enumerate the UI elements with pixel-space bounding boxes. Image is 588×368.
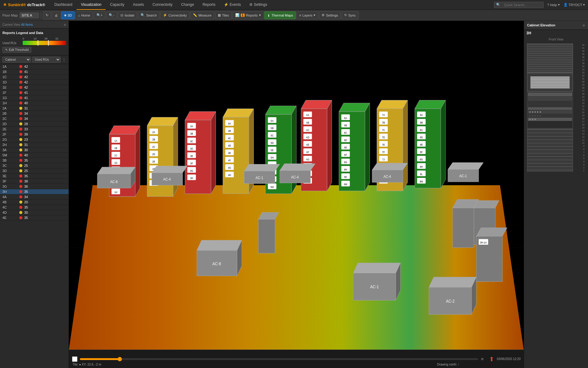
table-row[interactable]: 1H 40: [0, 101, 69, 106]
quick-search-input[interactable]: [502, 2, 541, 8]
ru-number: 32: [579, 74, 585, 77]
table-row[interactable]: 4E 35: [0, 215, 69, 220]
table-row[interactable]: 3C 25: [0, 163, 69, 168]
filter-menu-button[interactable]: ⋮: [62, 57, 66, 62]
table-row[interactable]: 2D 28: [0, 121, 69, 127]
floor-canvas[interactable]: 1A 1B 1C 1D 1E 1F 1G 1H: [69, 21, 524, 350]
home-button[interactable]: ⌂ Home: [75, 11, 93, 19]
svg-text:7F: 7F: [382, 150, 385, 154]
nav-reports[interactable]: Reports: [198, 0, 220, 10]
table-row[interactable]: 2G 23: [0, 137, 69, 142]
help-button[interactable]: ? Help ▾: [547, 3, 560, 7]
table-row[interactable]: 4D 30: [0, 210, 69, 215]
sync-button[interactable]: ↻ Sync: [341, 11, 358, 19]
ru-number: 3: [579, 163, 585, 166]
svg-text:3D: 3D: [190, 147, 193, 150]
table-row[interactable]: 2H 31: [0, 142, 69, 148]
edit-threshold-button[interactable]: ✎ Edit Threshold: [2, 47, 31, 53]
print-button[interactable]: 🖨: [52, 11, 61, 19]
svg-text:4D: 4D: [228, 144, 231, 148]
compass-icon[interactable]: ⬆: [489, 355, 494, 363]
floor-3d-view[interactable]: 1A 1B 1C 1D 1E 1F 1G 1H: [69, 21, 524, 350]
refresh-button[interactable]: ↻: [43, 11, 51, 19]
table-row[interactable]: 3A 30: [0, 148, 69, 153]
center-panel[interactable]: 1A 1B 1C 1D 1E 1F 1G 1H: [69, 21, 524, 368]
svg-text:6A: 6A: [344, 116, 347, 120]
table-row[interactable]: 3B 35: [0, 158, 69, 163]
site-selector[interactable]: SITE A: [20, 13, 39, 18]
used-rus-filter-select[interactable]: Used RUs: [32, 57, 61, 63]
collapse-panel-button[interactable]: «: [64, 22, 66, 27]
svg-text:8D: 8D: [420, 136, 423, 139]
layers-button[interactable]: ≡ Layers ▾: [296, 11, 318, 19]
nav-change[interactable]: Change: [177, 0, 198, 10]
chevron-down-icon: ▾: [314, 13, 315, 17]
timeline-thumb[interactable]: [118, 357, 122, 361]
table-row[interactable]: 1B 41: [0, 69, 69, 75]
table-row[interactable]: 3E 35: [0, 174, 69, 179]
ru-number: 26: [579, 93, 585, 96]
user-menu-button[interactable]: 👤 TRYDCT ▾: [564, 3, 585, 7]
timeline-close-button[interactable]: ✕: [481, 357, 484, 362]
settings-button[interactable]: ⚙ Settings: [319, 11, 341, 19]
left-panel: Current View All Items « Reports Legend …: [0, 21, 69, 368]
home-icon: ⌂: [78, 13, 80, 17]
table-row[interactable]: 3G 36: [0, 184, 69, 189]
nav-connectivity[interactable]: Connectivity: [148, 0, 177, 10]
row-value: 34: [24, 195, 28, 199]
table-row[interactable]: 3F 38: [0, 179, 69, 184]
nav-settings[interactable]: ⚙ Settings: [245, 0, 271, 10]
row-status-dot: [19, 96, 22, 99]
reports-button[interactable]: 📊 1 Reports ▾: [232, 11, 264, 19]
table-row[interactable]: 1C 42: [0, 75, 69, 80]
isolate-button[interactable]: ◎ Isolate: [118, 11, 137, 19]
row-value: 30: [24, 211, 28, 214]
expand-panel-button[interactable]: »: [582, 23, 585, 28]
svg-text:4E: 4E: [228, 151, 231, 155]
settings-icon: ⚙: [322, 13, 325, 17]
nav-assets[interactable]: Assets: [129, 0, 148, 10]
nav-events[interactable]: ⚡ Events: [220, 0, 245, 10]
table-row[interactable]: 3D 25: [0, 168, 69, 174]
table-row[interactable]: 5M 40: [0, 153, 69, 158]
table-row[interactable]: 2B 34: [0, 111, 69, 116]
table-row[interactable]: 3H 35: [0, 189, 69, 194]
table-row[interactable]: 2C 34: [0, 116, 69, 121]
measure-button[interactable]: 📏 Measure: [190, 11, 214, 19]
timeline-track[interactable]: [80, 358, 478, 360]
thermal-maps-button[interactable]: 🌡 Thermal Maps: [264, 11, 296, 19]
nav-dashboard[interactable]: Dashboard: [50, 0, 77, 10]
row-cabinet-name: 1F: [2, 91, 19, 94]
connectivity-button[interactable]: ⚡ Connectivity: [160, 11, 190, 19]
cabinet-elevation-header: Cabinet Elevation »: [524, 21, 588, 30]
nav-visualization[interactable]: Visualization: [77, 0, 106, 10]
table-row[interactable]: 1D 42: [0, 80, 69, 85]
svg-text:1C: 1C: [114, 154, 117, 157]
ru-number: 4: [579, 160, 585, 163]
svg-text:8H: 8H: [420, 165, 423, 168]
table-row[interactable]: 1G 41: [0, 95, 69, 101]
table-row[interactable]: 2F 39: [0, 132, 69, 137]
svg-text:AA: AA: [306, 113, 309, 117]
ru-number: 33: [579, 71, 585, 74]
table-row[interactable]: 1F 41: [0, 90, 69, 95]
ru-number: 41: [579, 47, 585, 50]
table-row[interactable]: 4B 20: [0, 200, 69, 205]
table-row[interactable]: 2E 33: [0, 127, 69, 132]
cabinet-filter-select[interactable]: Cabinet: [2, 57, 31, 63]
table-row[interactable]: 4C 35: [0, 205, 69, 210]
table-row[interactable]: 1E 42: [0, 85, 69, 90]
svg-marker-60: [211, 112, 216, 194]
table-row[interactable]: 1A 42: [0, 64, 69, 69]
tiles-button[interactable]: ▦ Tiles: [215, 11, 232, 19]
zoom-in-button[interactable]: 🔍+: [94, 11, 105, 19]
table-row[interactable]: 2A 31: [0, 106, 69, 111]
table-row[interactable]: 4A 34: [0, 194, 69, 200]
zoom-out-button[interactable]: 🔍-: [106, 11, 117, 19]
nav-capacity[interactable]: Capacity: [106, 0, 129, 10]
ru-number: 12: [579, 136, 585, 139]
svg-text:1D: 1D: [114, 161, 117, 164]
search-button[interactable]: 🔍 Search: [138, 11, 160, 19]
3d-button[interactable]: ◈ 3D: [61, 11, 75, 19]
svg-text:AC-4: AC-4: [383, 174, 391, 179]
